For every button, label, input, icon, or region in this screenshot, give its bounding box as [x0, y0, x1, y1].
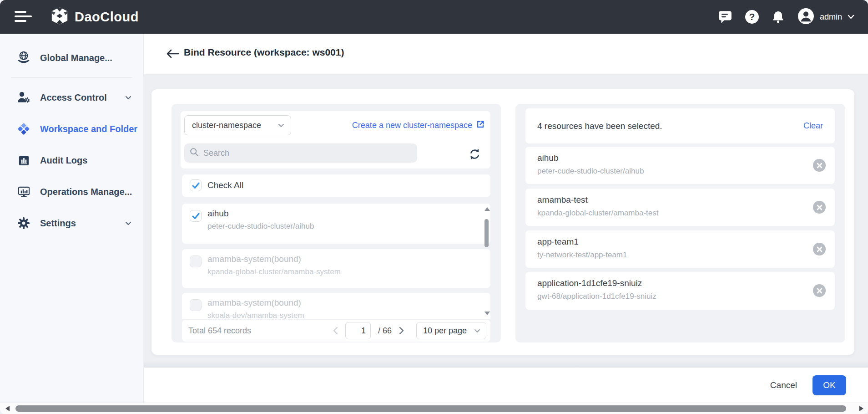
selected-summary: 4 resources have been selected.: [537, 121, 662, 131]
chevron-down-icon: [278, 121, 284, 129]
selected-item-name: amamba-test: [537, 195, 588, 205]
item-path: skoala-dev/amamba-system: [207, 311, 304, 319]
sidebar-item-label: Audit Logs: [40, 155, 87, 166]
clear-link[interactable]: Clear: [803, 121, 823, 131]
gear-icon: [16, 217, 31, 230]
back-arrow-icon[interactable]: [167, 49, 179, 60]
sidebar-item-workspace-and-folder[interactable]: Workspace and Folder: [0, 116, 143, 142]
notifications-bell-icon[interactable]: [772, 10, 785, 24]
daocloud-logo-icon: [50, 6, 69, 27]
search-input[interactable]: [203, 148, 412, 158]
remove-icon[interactable]: [813, 201, 826, 214]
chevron-down-icon: [125, 219, 131, 227]
selected-summary-row: 4 resources have been selected. Clear: [525, 108, 835, 143]
remove-icon[interactable]: [813, 159, 826, 172]
scroll-right-icon[interactable]: [859, 406, 863, 411]
user-menu[interactable]: admin: [797, 8, 854, 26]
item-checkbox[interactable]: [190, 210, 202, 222]
page-number-input[interactable]: [345, 322, 371, 339]
cancel-button[interactable]: Cancel: [770, 380, 797, 390]
selected-item: aihub peter-cude-studio-cluster/aihub: [525, 147, 835, 184]
sidebar: Global Manage...: [0, 34, 144, 403]
chevron-down-icon: [474, 329, 480, 333]
horizontal-scrollbar[interactable]: [0, 403, 868, 414]
selected-item-name: aihub: [537, 153, 559, 163]
sidebar-item-audit-logs[interactable]: Audit Logs: [0, 148, 143, 173]
ok-button[interactable]: OK: [812, 375, 846, 395]
remove-icon[interactable]: [813, 284, 826, 297]
sidebar-item-operations-management[interactable]: Operations Manage...: [0, 179, 143, 204]
page-header: Bind Resource (workspace: ws001): [144, 34, 868, 74]
selected-item: app-team1 ty-network-test/app-team1: [525, 230, 835, 268]
external-link-icon: [476, 120, 485, 131]
prev-page-icon[interactable]: [333, 327, 338, 335]
per-page-value: 10 per page: [423, 326, 467, 336]
topbar-actions: ? admin: [718, 0, 854, 34]
brand-name: DaoCloud: [75, 10, 139, 25]
sidebar-item-label: Global Manage...: [40, 53, 112, 63]
selected-resources-panel: 4 resources have been selected. Clear ai…: [515, 104, 845, 342]
audit-logs-icon: [16, 154, 31, 167]
username: admin: [820, 12, 842, 22]
item-name: amamba-system(bound): [207, 254, 301, 264]
sidebar-item-settings[interactable]: Settings: [0, 210, 143, 236]
check-all-row: Check All: [182, 174, 490, 197]
picker-toolbar: cluster-namespace Create a new cluster-n…: [181, 111, 490, 169]
next-page-icon[interactable]: [399, 327, 404, 335]
workspace-icon: [16, 122, 31, 136]
selected-item-name: app-team1: [537, 237, 579, 247]
per-page-select[interactable]: 10 per page: [416, 322, 486, 339]
resource-list: aihub peter-cude-studio-cluster/aihub am…: [182, 204, 490, 319]
create-cluster-namespace-link[interactable]: Create a new cluster-namespace: [352, 111, 485, 139]
help-icon[interactable]: ?: [745, 10, 759, 24]
total-records: Total 654 records: [188, 326, 251, 336]
sidebar-divider: [11, 77, 132, 78]
refresh-icon[interactable]: [469, 148, 481, 161]
remove-icon[interactable]: [813, 243, 826, 256]
create-link-label: Create a new cluster-namespace: [352, 121, 472, 130]
sidebar-item-access-control[interactable]: Access Control: [0, 85, 143, 110]
scroll-left-icon[interactable]: [5, 406, 10, 411]
scroll-down-icon[interactable]: [484, 312, 490, 315]
brand: DaoCloud: [50, 6, 139, 27]
selected-item-path: ty-network-test/app-team1: [537, 250, 627, 260]
sidebar-item-label: Workspace and Folder: [40, 124, 137, 134]
search-icon: [190, 148, 199, 158]
selected-item-path: peter-cude-studio-cluster/aihub: [537, 167, 644, 176]
selected-item-path: kpanda-global-cluster/amamba-test: [537, 209, 658, 218]
main-content: cluster-namespace Create a new cluster-n…: [144, 74, 868, 368]
chevron-down-icon: [848, 13, 854, 21]
bind-resource-card: cluster-namespace Create a new cluster-n…: [151, 89, 854, 355]
selected-item-path: gwt-68/application-1d1cfe19-sniuiz: [537, 292, 656, 301]
search-box: [184, 143, 417, 163]
action-footer: Cancel OK: [144, 368, 868, 403]
hamburger-menu-icon[interactable]: [15, 11, 33, 23]
vertical-scrollbar[interactable]: [483, 204, 490, 319]
check-all-label: Check All: [207, 180, 243, 190]
list-item[interactable]: aihub peter-cude-studio-cluster/aihub: [182, 204, 490, 244]
selected-item: application-1d1cfe19-sniuiz gwt-68/appli…: [525, 272, 835, 310]
selected-item-name: application-1d1cfe19-sniuiz: [537, 278, 642, 288]
list-item: amamba-system(bound) skoala-dev/amamba-s…: [182, 293, 490, 319]
resource-type-value: cluster-namespace: [192, 121, 261, 130]
sidebar-item-global-management[interactable]: Global Manage...: [0, 45, 143, 71]
page-total: / 66: [378, 326, 392, 336]
resource-picker-panel: cluster-namespace Create a new cluster-n…: [172, 104, 501, 342]
operations-monitor-icon: [16, 185, 31, 199]
page-controls: / 66 10 per page: [333, 322, 486, 339]
app-window: DaoCloud ?: [0, 0, 868, 414]
top-navbar: DaoCloud ?: [0, 0, 868, 34]
user-gear-icon: [16, 91, 31, 104]
page-title: Bind Resource (workspace: ws001): [184, 47, 344, 58]
selected-item: amamba-test kpanda-global-cluster/amamba…: [525, 189, 835, 226]
resource-type-select[interactable]: cluster-namespace: [184, 115, 291, 135]
scrollbar-thumb[interactable]: [15, 405, 846, 412]
check-all-checkbox[interactable]: [190, 179, 202, 191]
messages-icon[interactable]: [718, 10, 732, 24]
scroll-up-icon[interactable]: [484, 207, 490, 211]
scrollbar-thumb[interactable]: [484, 219, 489, 247]
chevron-down-icon: [125, 93, 131, 102]
sidebar-item-label: Access Control: [40, 92, 107, 103]
item-path: peter-cude-studio-cluster/aihub: [207, 222, 314, 231]
sidebar-item-label: Settings: [40, 218, 76, 229]
